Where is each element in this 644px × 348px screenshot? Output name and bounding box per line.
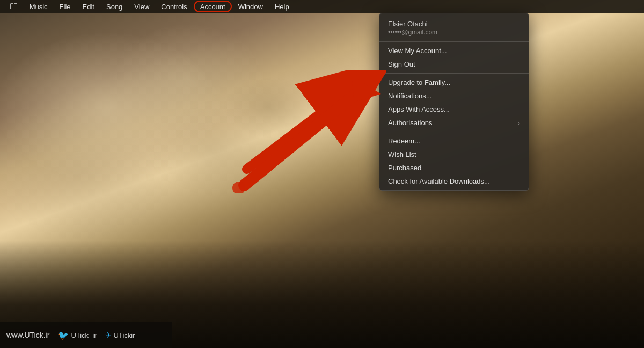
background-image xyxy=(0,0,644,348)
menu-separator-3 xyxy=(379,132,529,132)
menu-email: ••••••@gmail.com xyxy=(388,28,520,36)
menubar-item-help[interactable]: Help xyxy=(269,2,295,12)
menu-item-redeem[interactable]: Redeem... xyxy=(379,134,529,148)
twitter-icon: 🐦 xyxy=(58,330,69,340)
menubar-item-window[interactable]: Window xyxy=(233,2,268,12)
menu-item-check-downloads[interactable]: Check for Available Downloads... xyxy=(379,175,529,188)
watermark-website: www.UTick.ir xyxy=(6,331,49,339)
menubar-item-view[interactable]: View xyxy=(129,2,155,12)
apple-menu-item[interactable]:  xyxy=(4,1,23,12)
watermark-telegram: ✈ UTickir xyxy=(105,331,135,339)
menu-username: Elsier Otachi xyxy=(388,20,520,28)
menubar-item-music[interactable]: Music xyxy=(24,2,53,12)
twitter-handle: UTick_ir xyxy=(71,331,96,339)
menu-user-info: Elsier Otachi ••••••@gmail.com xyxy=(379,16,529,39)
menu-item-purchased[interactable]: Purchased xyxy=(379,161,529,175)
menubar-item-file[interactable]: File xyxy=(54,2,76,12)
menu-item-wish-list[interactable]: Wish List xyxy=(379,148,529,161)
menu-separator-2 xyxy=(379,73,529,74)
menu-item-upgrade-family[interactable]: Upgrade to Family... xyxy=(379,76,529,89)
watermark-bar: www.UTick.ir 🐦 UTick_ir ✈ UTickir xyxy=(0,322,172,348)
chevron-right-icon: › xyxy=(518,120,520,126)
menubar-item-song[interactable]: Song xyxy=(101,2,128,12)
menubar-item-account[interactable]: Account xyxy=(194,1,232,12)
menu-item-sign-out[interactable]: Sign Out xyxy=(379,57,529,71)
telegram-icon: ✈ xyxy=(105,331,112,339)
telegram-handle: UTickir xyxy=(114,331,135,339)
account-dropdown-menu: Elsier Otachi ••••••@gmail.com View My A… xyxy=(379,13,529,191)
watermark-twitter: 🐦 UTick_ir xyxy=(58,330,96,340)
menubar-item-controls[interactable]: Controls xyxy=(156,2,192,12)
menu-separator-1 xyxy=(379,41,529,42)
menu-item-view-account[interactable]: View My Account... xyxy=(379,44,529,57)
menu-item-apps-access[interactable]: Apps With Access... xyxy=(379,103,529,116)
menu-item-authorisations[interactable]: Authorisations › xyxy=(379,116,529,129)
menu-item-notifications[interactable]: Notifications... xyxy=(379,89,529,103)
menubar-item-edit[interactable]: Edit xyxy=(77,2,100,12)
menubar:  Music File Edit Song View Controls Acc… xyxy=(0,0,644,13)
